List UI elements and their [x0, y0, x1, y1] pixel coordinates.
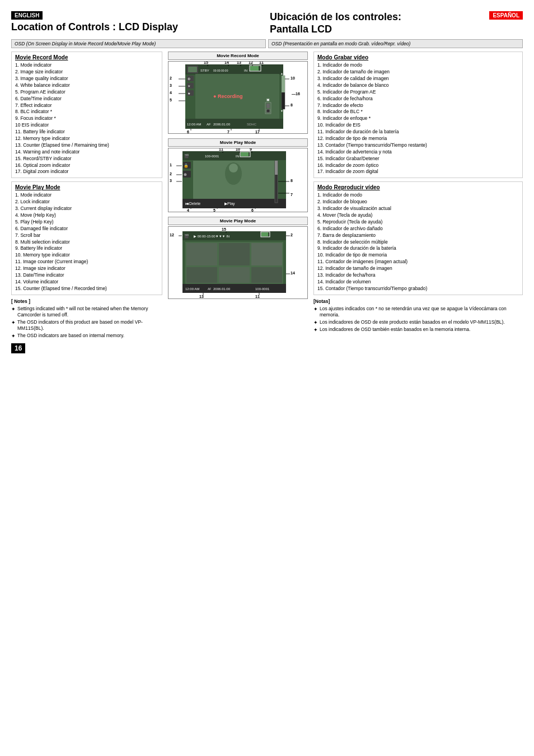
svg-text:▶ 00:00-15:00▼▼▼ IN: ▶ 00:00-15:00▼▼▼ IN: [194, 235, 229, 238]
svg-text:12: 12: [170, 233, 174, 237]
espanol-play-mode-title: Modo Reproducir vídeo: [317, 184, 519, 190]
svg-rect-28: [266, 104, 270, 108]
diamond-icon: ✦: [11, 333, 16, 339]
note-text: Los indicadores de OSD también están bas…: [320, 326, 470, 333]
svg-text:3: 3: [170, 179, 172, 183]
play-diagram1-svg: 🎬 100-0001 IN 🔒 ⊕: [168, 148, 307, 213]
espanol-notes-title: [Notas]: [313, 298, 523, 304]
list-item: 15. Indicador Grabar/Detener: [317, 156, 519, 162]
svg-text:10: 10: [291, 76, 295, 80]
svg-rect-112: [251, 267, 282, 283]
note-item: ✦ Los indicadores de OSD también están b…: [313, 326, 523, 333]
svg-rect-8: [250, 66, 259, 71]
note-item: ✦ The OSD indicators of this product are…: [11, 319, 162, 332]
list-item: 12. Indicador de tipo de memoria: [317, 136, 519, 142]
english-play-mode-list: 1. Mode indicator 2. Lock indicator 3. C…: [15, 192, 158, 292]
list-item: 5. Program AE indicator: [15, 89, 158, 96]
svg-rect-108: [219, 243, 250, 265]
diamond-icon: ✦: [11, 306, 16, 312]
diagrams-col: Movie Record Mode STBY 00:00:00:00: [168, 52, 308, 352]
list-item: 11. Indicador de duración de la batería: [317, 129, 519, 136]
list-item: 9. Battery life indicator: [15, 245, 158, 252]
list-item: 2. Indicador de tamaño de imagen: [317, 69, 519, 76]
english-record-mode-list: 1. Mode indicator 2. Image size indicato…: [15, 62, 158, 175]
play-mode1-diagram-wrapper: Movie Play Mode 🎬 100-0001 IN: [168, 138, 308, 212]
svg-text:100-0001: 100-0001: [205, 155, 219, 158]
list-item: 12. Memory type indicator: [15, 136, 158, 142]
list-item: 3. Current display indicator: [15, 206, 158, 212]
svg-text:7: 7: [227, 130, 229, 134]
english-record-mode-box: Movie Record Mode 1. Mode indicator 2. I…: [11, 52, 162, 178]
svg-text:AF: AF: [207, 123, 211, 126]
english-section-header: ENGLISH Location of Controls : LCD Displ…: [11, 11, 264, 34]
page-number: 16: [11, 343, 25, 353]
svg-text:100-0001: 100-0001: [255, 287, 270, 291]
svg-text:▲: ▲: [280, 72, 283, 75]
subtitle-bar: OSD (On Screen Display in Movie Record M…: [11, 39, 523, 48]
english-notes-title: [ Notes ]: [11, 298, 162, 304]
english-badge: ENGLISH: [11, 11, 43, 20]
svg-text:IN: IN: [236, 155, 239, 158]
record-mode-diagram: STBY 00:00:00:00 IN ▲ ▼ ⚙: [168, 61, 308, 134]
svg-text:SDHC: SDHC: [247, 123, 257, 126]
english-play-mode-box: Movie Play Mode 1. Mode indicator 2. Loc…: [11, 181, 162, 295]
play-mode1-diagram: 🎬 100-0001 IN 🔒 ⊕: [168, 148, 308, 212]
english-play-mode-title: Movie Play Mode: [15, 184, 158, 190]
svg-text:6: 6: [187, 130, 189, 134]
english-record-mode-title: Movie Record Mode: [15, 54, 158, 60]
svg-text:⊕: ⊕: [184, 172, 187, 176]
note-item: ✦ Los ajustes indicados con * no se rete…: [313, 306, 523, 318]
list-item: 14. Indicador de volumen: [317, 279, 519, 286]
svg-rect-111: [219, 267, 250, 283]
list-item: 11. Contador de imágenes (imagen actual): [317, 259, 519, 265]
list-item: 7. Effect indicator: [15, 102, 158, 109]
svg-text:⚙: ⚙: [188, 77, 190, 81]
svg-text:6: 6: [251, 208, 254, 212]
svg-text:12:00 AM: 12:00 AM: [187, 123, 201, 126]
play-mode1-diagram-label: Movie Play Mode: [168, 138, 308, 147]
record-mode-diagram-label: Movie Record Mode: [168, 52, 308, 60]
svg-text:★: ★: [188, 92, 190, 95]
svg-text:5: 5: [213, 208, 216, 212]
svg-text:IN: IN: [244, 69, 247, 72]
svg-text:2006.01.00: 2006.01.00: [213, 123, 231, 126]
subtitle-english: OSD (On Screen Display in Movie Record M…: [11, 39, 266, 48]
record-diagram-svg: STBY 00:00:00:00 IN ▲ ▼ ⚙: [168, 62, 307, 134]
svg-text:11: 11: [255, 295, 260, 298]
note-text: Settings indicated with * will not be re…: [17, 306, 162, 318]
svg-text:00:00:00:00: 00:00:00:00: [213, 69, 228, 72]
svg-text:2: 2: [170, 76, 172, 80]
list-item: 13. Counter (Elapsed time / Remaining ti…: [15, 142, 158, 149]
svg-text:3: 3: [170, 83, 172, 87]
list-item: 13. Indicador de fecha/hora: [317, 272, 519, 279]
list-item: 6. Date/Time indicator: [15, 96, 158, 102]
svg-rect-77: [275, 161, 278, 175]
svg-text:2006.01.00: 2006.01.00: [213, 287, 231, 291]
espanol-play-mode-box: Modo Reproducir vídeo 1. Indicador de mo…: [313, 181, 523, 295]
svg-text:⏮Delete: ⏮Delete: [185, 202, 200, 206]
svg-text:15: 15: [222, 227, 226, 231]
svg-text:STBY: STBY: [200, 69, 209, 72]
svg-text:17: 17: [255, 130, 260, 134]
note-text: The OSD indicators of this product are b…: [17, 319, 162, 332]
english-notes: [ Notes ] ✦ Settings indicated with * wi…: [11, 298, 162, 339]
page-container: ENGLISH Location of Controls : LCD Displ…: [11, 11, 523, 352]
english-text-col: Movie Record Mode 1. Mode indicator 2. I…: [11, 52, 162, 352]
svg-text:5: 5: [170, 98, 172, 102]
list-item: 16. Indicador de zoom óptico: [317, 162, 519, 169]
list-item: 12. Image size indicator: [15, 265, 158, 272]
espanol-play-mode-list: 1. Indicador de modo 2. Indicador de blo…: [317, 192, 519, 292]
note-item: ✦ Settings indicated with * will not be …: [11, 306, 162, 318]
list-item: 5. Indicador de Program AE: [317, 89, 519, 96]
svg-text:2: 2: [291, 233, 293, 237]
svg-text:9: 9: [250, 148, 252, 151]
svg-rect-10: [282, 76, 285, 92]
list-item: 6. Damaged file indicator: [15, 226, 158, 232]
svg-rect-109: [251, 243, 282, 265]
svg-rect-110: [186, 267, 217, 283]
list-item: 8. Indicador de selección múltiple: [317, 239, 519, 246]
svg-text:13: 13: [199, 295, 204, 298]
svg-text:2: 2: [170, 172, 172, 176]
play-mode2-diagram-label: Movie Play Mode: [168, 217, 308, 225]
list-item: 1. Indicador de modo: [317, 62, 519, 69]
